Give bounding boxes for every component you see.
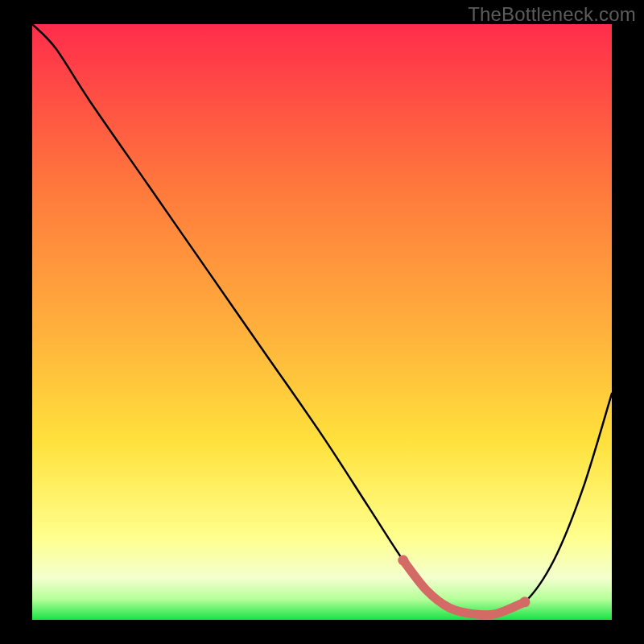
gradient-background xyxy=(32,24,612,620)
watermark-text: TheBottleneck.com xyxy=(468,3,636,26)
plot-area xyxy=(32,24,612,620)
chart-frame: TheBottleneck.com xyxy=(0,0,644,644)
chart-svg xyxy=(32,24,612,620)
highlight-end-dot xyxy=(520,597,530,607)
highlight-start-dot xyxy=(398,555,408,566)
